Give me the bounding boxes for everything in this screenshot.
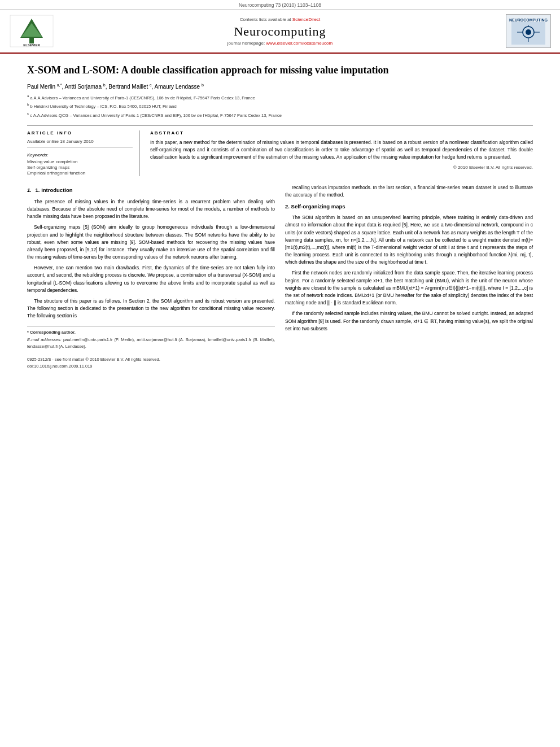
elsevier-logo: ELSEVIER xyxy=(9,14,54,48)
intro-para-2: Self-organizing maps [5] (SOM) aim ideal… xyxy=(27,224,275,261)
affiliation-b: b b Helsinki University of Technology – … xyxy=(27,102,533,110)
body-columns: 1. 1. Introduction The presence of missi… xyxy=(27,184,533,369)
nc-logo-title: NEUROCOMPUTING xyxy=(509,18,548,22)
affiliations: a a A.A.Advisors – Variances and Univers… xyxy=(27,93,533,119)
affiliation-a: a a A.A.Advisors – Variances and Univers… xyxy=(27,93,533,102)
contents-available-line: Contents lists available at ScienceDirec… xyxy=(60,17,500,22)
intro-continued: recalling various imputation methods. In… xyxy=(285,184,533,199)
journal-reference: Neurocomputing 73 (2010) 1103–1108 xyxy=(239,2,321,8)
journal-reference-bar: Neurocomputing 73 (2010) 1103–1108 xyxy=(0,0,560,10)
issn-line: 0925-2312/$ - see front matter © 2010 El… xyxy=(27,356,275,369)
email-line: E-mail addresses: paul.merlin@univ-paris… xyxy=(27,337,275,350)
neurocomputing-logo-box: NEUROCOMPUTING xyxy=(506,14,551,48)
svg-point-8 xyxy=(526,29,531,35)
som-para-2: First the network nodes are randomly ini… xyxy=(285,269,533,307)
intro-para-4: The structure of this paper is as follow… xyxy=(27,298,275,320)
copyright-line: © 2010 Elsevier B.V. All rights reserved… xyxy=(150,165,533,170)
keywords-section: Keywords: Missing value completion Self-… xyxy=(27,152,133,176)
available-online: Available online 18 January 2010 xyxy=(27,139,133,148)
right-column: recalling various imputation methods. In… xyxy=(285,184,533,369)
homepage-url[interactable]: www.elsevier.com/locate/neucom xyxy=(266,41,333,46)
email-addresses: paul.merlin@univ-paris1.fr (P. Merlin), … xyxy=(27,337,275,349)
abstract-heading: ABSTRACT xyxy=(150,130,533,136)
email-label: E-mail addresses: xyxy=(27,337,62,342)
svg-text:ELSEVIER: ELSEVIER xyxy=(23,43,40,47)
authors-text: Paul Merlin a,*, Antti Sorjamaa b, Bertr… xyxy=(27,84,204,90)
keyword-3: Empirical orthogonal function xyxy=(27,171,133,176)
som-para-1: The SOM algorithm is based on an unsuper… xyxy=(285,214,533,266)
issn-text: 0925-2312/$ - see front matter © 2010 El… xyxy=(27,356,275,363)
article-info-section: ARTICLE INFO Available online 18 January… xyxy=(27,130,140,176)
corresponding-author-note: * Corresponding author. xyxy=(27,329,275,336)
intro-heading: 1. 1. Introduction xyxy=(27,186,275,195)
journal-center: Contents lists available at ScienceDirec… xyxy=(60,17,500,46)
article-info-abstract-row: ARTICLE INFO Available online 18 January… xyxy=(27,125,533,176)
journal-header: ELSEVIER Contents lists available at Sci… xyxy=(0,10,560,54)
journal-title: Neurocomputing xyxy=(60,24,500,39)
affiliation-c: c c A.A.Advisors-QCG – Variances and Uni… xyxy=(27,111,533,119)
authors-line: Paul Merlin a,*, Antti Sorjamaa b, Bertr… xyxy=(27,82,533,89)
som-para-3: If the randomly selected sample includes… xyxy=(285,310,533,333)
keyword-2: Self-organizing maps xyxy=(27,165,133,170)
footnote-area: * Corresponding author. E-mail addresses… xyxy=(27,326,275,350)
keyword-1: Missing value completion xyxy=(27,159,133,164)
intro-para-3: However, one can mention two main drawba… xyxy=(27,264,275,294)
som-heading: 2. Self-organizing maps xyxy=(285,203,533,211)
journal-homepage: journal homepage: www.elsevier.com/locat… xyxy=(60,41,500,46)
article-info-heading: ARTICLE INFO xyxy=(27,130,133,136)
paper-title: X-SOM and L-SOM: A double classification… xyxy=(27,64,533,77)
abstract-section: ABSTRACT In this paper, a new method for… xyxy=(150,130,533,176)
left-column: 1. 1. Introduction The presence of missi… xyxy=(27,184,275,369)
abstract-text: In this paper, a new method for the dete… xyxy=(150,139,533,160)
sciencedirect-link[interactable]: ScienceDirect xyxy=(292,17,320,22)
intro-para-1: The presence of missing values in the un… xyxy=(27,198,275,221)
main-content: X-SOM and L-SOM: A double classification… xyxy=(0,54,560,380)
keywords-label: Keywords: xyxy=(27,152,133,158)
doi-text: doi:10.1016/j.neucom.2009.11.019 xyxy=(27,363,275,370)
